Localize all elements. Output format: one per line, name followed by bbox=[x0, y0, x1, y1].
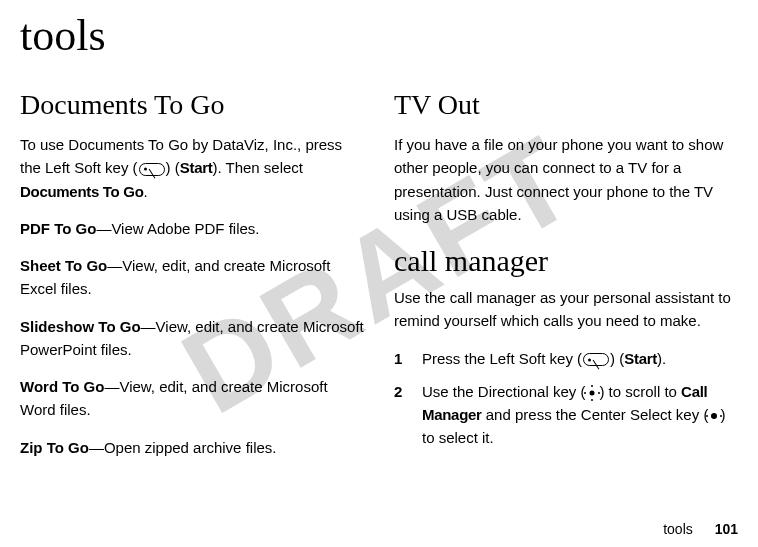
word-to-go: Word To Go—View, edit, and create Micros… bbox=[20, 375, 364, 422]
documents-to-go-label: Documents To Go bbox=[20, 183, 144, 200]
step-number: 1 bbox=[394, 347, 406, 370]
zip-to-go: Zip To Go—Open zipped archive files. bbox=[20, 436, 364, 459]
text: ). Then select bbox=[212, 159, 303, 176]
left-column: Documents To Go To use Documents To Go b… bbox=[20, 89, 364, 473]
slideshow-to-go: Slideshow To Go—View, edit, and create M… bbox=[20, 315, 364, 362]
step-text: Use the Directional key () to scroll to … bbox=[422, 380, 738, 450]
docs-intro: To use Documents To Go by DataViz, Inc.,… bbox=[20, 133, 364, 203]
tv-out-text: If you have a file on your phone you wan… bbox=[394, 133, 738, 226]
feature-name: Slideshow To Go bbox=[20, 318, 141, 335]
right-column: TV Out If you have a file on your phone … bbox=[394, 89, 738, 473]
sheet-to-go: Sheet To Go—View, edit, and create Micro… bbox=[20, 254, 364, 301]
text: Use the Directional key ( bbox=[422, 383, 585, 400]
page-footer: tools 101 bbox=[663, 521, 738, 537]
feature-name: Sheet To Go bbox=[20, 257, 107, 274]
chapter-title: tools bbox=[20, 10, 738, 61]
left-soft-key-icon bbox=[139, 163, 165, 176]
text: ). bbox=[657, 350, 666, 367]
call-manager-intro: Use the call manager as your personal as… bbox=[394, 286, 738, 333]
start-label: Start bbox=[180, 159, 213, 176]
page-content: tools Documents To Go To use Documents T… bbox=[0, 0, 758, 473]
section-call-manager: call manager bbox=[394, 244, 738, 278]
two-column-layout: Documents To Go To use Documents To Go b… bbox=[20, 89, 738, 473]
feature-name: Zip To Go bbox=[20, 439, 89, 456]
text: ) ( bbox=[166, 159, 180, 176]
text: ) ( bbox=[610, 350, 624, 367]
directional-key-icon bbox=[585, 386, 599, 400]
step-1: 1 Press the Left Soft key () (Start). bbox=[394, 347, 738, 370]
feature-desc: —Open zipped archive files. bbox=[89, 439, 277, 456]
page-number: 101 bbox=[715, 521, 738, 537]
step-number: 2 bbox=[394, 380, 406, 450]
text: Press the Left Soft key ( bbox=[422, 350, 582, 367]
text: and press the Center Select key ( bbox=[482, 406, 709, 423]
section-documents-to-go: Documents To Go bbox=[20, 89, 364, 121]
feature-name: PDF To Go bbox=[20, 220, 96, 237]
pdf-to-go: PDF To Go—View Adobe PDF files. bbox=[20, 217, 364, 240]
step-text: Press the Left Soft key () (Start). bbox=[422, 347, 666, 370]
start-label: Start bbox=[624, 350, 657, 367]
left-soft-key-icon bbox=[583, 353, 609, 366]
feature-desc: —View Adobe PDF files. bbox=[96, 220, 259, 237]
footer-section: tools bbox=[663, 521, 693, 537]
center-select-key-icon bbox=[708, 410, 720, 422]
step-2: 2 Use the Directional key () to scroll t… bbox=[394, 380, 738, 450]
section-tv-out: TV Out bbox=[394, 89, 738, 121]
text: ) to scroll to bbox=[599, 383, 681, 400]
feature-name: Word To Go bbox=[20, 378, 104, 395]
text: . bbox=[144, 183, 148, 200]
